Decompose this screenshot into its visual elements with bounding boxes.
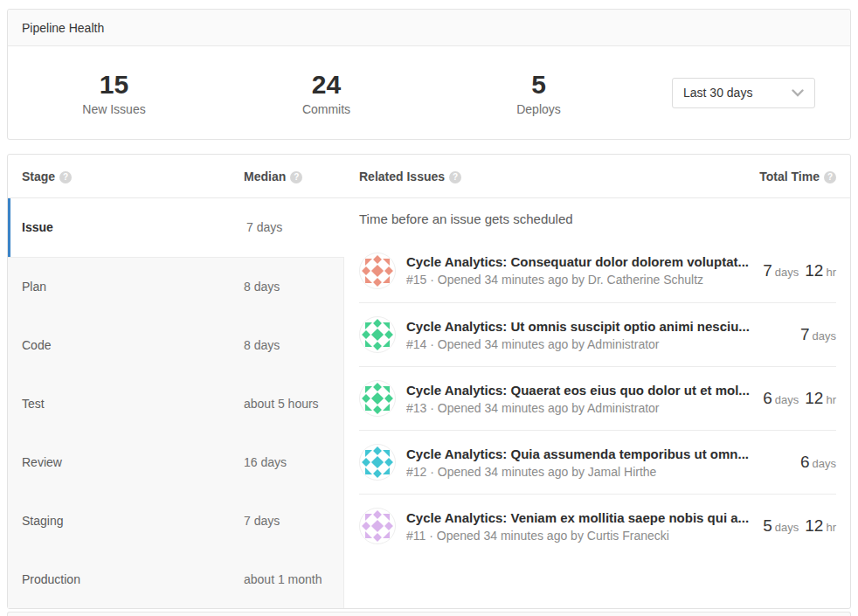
stage-median: about 1 month [230, 572, 343, 586]
stage-name: Issue [10, 220, 232, 234]
next-panel-peek [7, 612, 851, 616]
issue-title-link[interactable]: Cycle Analytics: Quaerat eos eius quo do… [406, 383, 752, 398]
issue-text: Cycle Analytics: Consequatur dolor dolor… [406, 254, 752, 287]
issue-title-link[interactable]: Cycle Analytics: Consequatur dolor dolor… [406, 254, 752, 269]
panel-title: Pipeline Health [22, 21, 104, 35]
issue-text: Cycle Analytics: Quaerat eos eius quo do… [406, 383, 752, 415]
issue-total-time: 6days [800, 453, 836, 472]
issue-meta: #11 · Opened 34 minutes ago by Curtis Fr… [406, 529, 752, 543]
issue-total-time: 6days12hr [763, 389, 836, 408]
cycle-analytics-panel: Stage? Median? Related Issues? Total Tim… [7, 154, 851, 609]
issue-title-link[interactable]: Cycle Analytics: Veniam ex mollitia saep… [406, 510, 752, 525]
stat-value: 24 [220, 70, 432, 100]
panel-heading: Pipeline Health [8, 10, 850, 46]
stage-median: about 5 hours [230, 397, 343, 411]
avatar [359, 444, 396, 481]
stage-name: Code [8, 338, 230, 352]
column-header-related-issues: Related Issues? [344, 170, 759, 183]
stat-deploys: 5 Deploys [432, 70, 645, 116]
avatar [359, 253, 396, 289]
stat-label: Deploys [432, 102, 645, 116]
issue-title-link[interactable]: Cycle Analytics: Quia assumenda temporib… [406, 446, 790, 461]
avatar [359, 508, 396, 544]
column-header-total-time: Total Time? [759, 170, 850, 183]
stat-label: New Issues [8, 102, 220, 116]
date-range-value: Last 30 days [683, 86, 752, 100]
stage-median: 7 days [230, 514, 343, 528]
pipeline-health-panel: Pipeline Health 15 New Issues 24 Commits… [7, 9, 851, 140]
related-issues-panel: Time before an issue gets scheduled [344, 198, 850, 608]
median-header-label: Median [244, 170, 286, 183]
stage-name: Review [8, 455, 230, 469]
issue-meta: #14 · Opened 34 minutes ago by Administr… [406, 337, 790, 351]
table-header-row: Stage? Median? Related Issues? Total Tim… [8, 155, 850, 198]
issue-total-time: 5days12hr [763, 516, 836, 536]
help-icon[interactable]: ? [290, 171, 302, 183]
stat-value: 5 [432, 70, 645, 100]
issue-total-time: 7days12hr [763, 261, 836, 280]
issue-meta: #13 · Opened 34 minutes ago by Administr… [406, 401, 752, 415]
stage-row-plan[interactable]: Plan 8 days [8, 257, 344, 316]
issue-text: Cycle Analytics: Ut omnis suscipit optio… [406, 319, 790, 351]
help-icon[interactable]: ? [449, 171, 461, 183]
issue-meta: #15 · Opened 34 minutes ago by Dr. Cathe… [406, 273, 752, 287]
date-range-dropdown[interactable]: Last 30 days [672, 78, 815, 108]
related-issues-header-label: Related Issues [359, 170, 445, 183]
summary-row: 15 New Issues 24 Commits 5 Deploys Last … [8, 46, 850, 139]
stage-description: Time before an issue gets scheduled [359, 198, 836, 239]
issue-row: Cycle Analytics: Veniam ex mollitia saep… [359, 494, 836, 557]
stage-median: 7 days [232, 220, 344, 234]
issue-title-link[interactable]: Cycle Analytics: Ut omnis suscipit optio… [406, 319, 790, 334]
stage-header-label: Stage [22, 170, 55, 183]
issue-row: Cycle Analytics: Consequatur dolor dolor… [359, 239, 836, 302]
issue-meta: #12 · Opened 34 minutes ago by Jamal Hir… [406, 465, 790, 479]
stat-commits: 24 Commits [220, 70, 432, 116]
stage-median: 16 days [230, 455, 343, 469]
stage-median: 8 days [230, 280, 343, 294]
issue-total-time: 7days [800, 325, 836, 344]
stage-row-staging[interactable]: Staging 7 days [8, 491, 344, 550]
column-header-median: Median? [230, 170, 344, 183]
issue-text: Cycle Analytics: Quia assumenda temporib… [406, 446, 790, 479]
stage-name: Plan [8, 280, 230, 294]
stat-value: 15 [8, 70, 220, 100]
stage-name: Test [8, 397, 230, 411]
stage-panel: Issue 7 days Plan 8 days Code 8 days Tes… [8, 198, 344, 608]
stat-new-issues: 15 New Issues [8, 70, 220, 116]
column-header-stage: Stage? [8, 170, 230, 183]
stage-row-code[interactable]: Code 8 days [8, 316, 344, 375]
stage-row-issue[interactable]: Issue 7 days [8, 198, 344, 257]
stats-wrap: 15 New Issues 24 Commits 5 Deploys [8, 70, 645, 116]
stage-median: 8 days [230, 338, 343, 352]
issue-row: Cycle Analytics: Quia assumenda temporib… [359, 430, 836, 494]
help-icon[interactable]: ? [824, 171, 836, 183]
stage-row-production[interactable]: Production about 1 month [8, 550, 344, 608]
issue-row: Cycle Analytics: Quaerat eos eius quo do… [359, 366, 836, 430]
issue-row: Cycle Analytics: Ut omnis suscipit optio… [359, 302, 836, 366]
stage-name: Staging [8, 514, 230, 528]
chevron-down-icon [792, 89, 804, 97]
table-body: Issue 7 days Plan 8 days Code 8 days Tes… [8, 198, 850, 608]
avatar [359, 316, 396, 353]
stage-row-test[interactable]: Test about 5 hours [8, 375, 344, 433]
help-icon[interactable]: ? [59, 171, 72, 183]
stage-name: Production [8, 572, 230, 586]
total-time-header-label: Total Time [759, 170, 820, 183]
stage-row-review[interactable]: Review 16 days [8, 433, 344, 491]
stat-label: Commits [220, 102, 432, 116]
issue-text: Cycle Analytics: Veniam ex mollitia saep… [406, 510, 752, 543]
avatar [359, 380, 396, 417]
